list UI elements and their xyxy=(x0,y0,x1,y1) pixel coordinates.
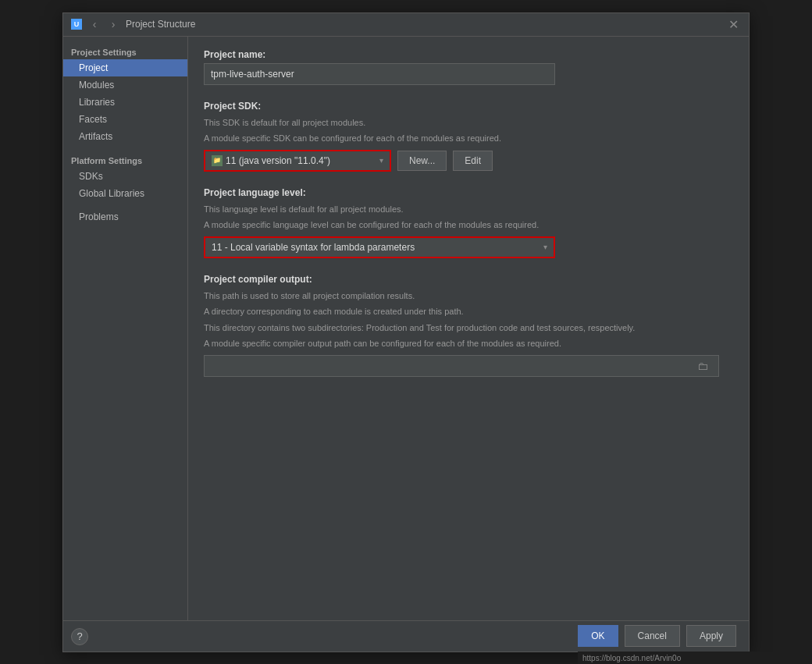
sdk-row: 📁 11 (java version "11.0.4") ▾ New... Ed… xyxy=(204,150,733,172)
project-name-label: Project name: xyxy=(204,49,733,60)
compiler-output-section: Project compiler output: This path is us… xyxy=(204,274,733,377)
sdk-chevron-icon: ▾ xyxy=(379,156,383,165)
project-sdk-desc2: A module specific SDK can be configured … xyxy=(204,132,733,145)
sdk-dropdown[interactable]: 📁 11 (java version "11.0.4") ▾ xyxy=(204,150,391,172)
sidebar-item-libraries[interactable]: Libraries xyxy=(63,94,187,111)
ok-button[interactable]: OK xyxy=(578,625,618,647)
compiler-output-title: Project compiler output: xyxy=(204,274,733,285)
project-sdk-desc1: This SDK is default for all project modu… xyxy=(204,116,733,130)
compiler-output-desc2: A directory corresponding to each module… xyxy=(204,305,733,318)
dialog-footer: OK Cancel Apply xyxy=(63,620,749,652)
sidebar-item-artifacts[interactable]: Artifacts xyxy=(63,128,187,145)
url-bar: https://blog.csdn.net/Arvin0o xyxy=(578,652,812,664)
dialog-body: Project Settings Project Modules Librari… xyxy=(63,37,749,620)
sidebar-item-global-libraries[interactable]: Global Libraries xyxy=(63,185,187,202)
sdk-new-button[interactable]: New... xyxy=(397,151,447,171)
language-level-desc1: This language level is default for all p… xyxy=(204,203,733,216)
compiler-output-folder-button[interactable]: 🗀 xyxy=(693,357,712,375)
language-level-value: 11 - Local variable syntax for lambda pa… xyxy=(212,242,415,253)
sdk-select-inner: 📁 11 (java version "11.0.4") xyxy=(212,155,330,166)
project-name-section: Project name: xyxy=(204,49,733,85)
main-content: Project name: Project SDK: This SDK is d… xyxy=(188,37,749,620)
sdk-value: 11 (java version "11.0.4") xyxy=(226,155,330,166)
sdk-folder-icon: 📁 xyxy=(212,155,223,166)
project-settings-label: Project Settings xyxy=(63,43,187,59)
sidebar: Project Settings Project Modules Librari… xyxy=(63,37,188,620)
compiler-output-desc4: A module specific compiler output path c… xyxy=(204,337,733,350)
project-name-input[interactable] xyxy=(204,63,555,85)
nav-buttons: ‹ › xyxy=(87,18,121,30)
language-level-title: Project language level: xyxy=(204,187,733,198)
language-level-desc2: A module specific language level can be … xyxy=(204,218,733,232)
title-bar-left: U ‹ › Project Structure xyxy=(71,18,195,30)
sidebar-item-facets[interactable]: Facets xyxy=(63,111,187,128)
intellij-icon: U xyxy=(71,19,82,30)
platform-settings-label: Platform Settings xyxy=(63,151,187,168)
title-bar: U ‹ › Project Structure ✕ xyxy=(63,13,749,37)
sidebar-item-sdks[interactable]: SDKs xyxy=(63,168,187,185)
project-sdk-title: Project SDK: xyxy=(204,101,733,112)
project-sdk-section: Project SDK: This SDK is default for all… xyxy=(204,101,733,172)
sidebar-item-project[interactable]: Project xyxy=(63,59,187,76)
dialog-overlay: U ‹ › Project Structure ✕ Project Settin… xyxy=(0,0,812,664)
compiler-output-desc1: This path is used to store all project c… xyxy=(204,289,733,303)
project-structure-dialog: U ‹ › Project Structure ✕ Project Settin… xyxy=(62,12,750,652)
sidebar-item-modules[interactable]: Modules xyxy=(63,76,187,94)
sidebar-item-problems[interactable]: Problems xyxy=(63,208,187,225)
help-button[interactable]: ? xyxy=(71,628,88,645)
forward-button[interactable]: › xyxy=(105,18,121,30)
sdk-edit-button[interactable]: Edit xyxy=(453,151,493,171)
language-chevron-icon: ▾ xyxy=(543,243,547,251)
language-level-section: Project language level: This language le… xyxy=(204,187,733,258)
compiler-output-field: 🗀 xyxy=(204,355,719,377)
dialog-title: Project Structure xyxy=(126,19,195,30)
cancel-button[interactable]: Cancel xyxy=(625,625,680,647)
close-button[interactable]: ✕ xyxy=(725,16,741,32)
compiler-output-desc3: This directory contains two subdirectori… xyxy=(204,321,733,335)
apply-button[interactable]: Apply xyxy=(686,625,736,647)
language-level-dropdown[interactable]: 11 - Local variable syntax for lambda pa… xyxy=(204,236,555,258)
back-button[interactable]: ‹ xyxy=(87,18,102,30)
